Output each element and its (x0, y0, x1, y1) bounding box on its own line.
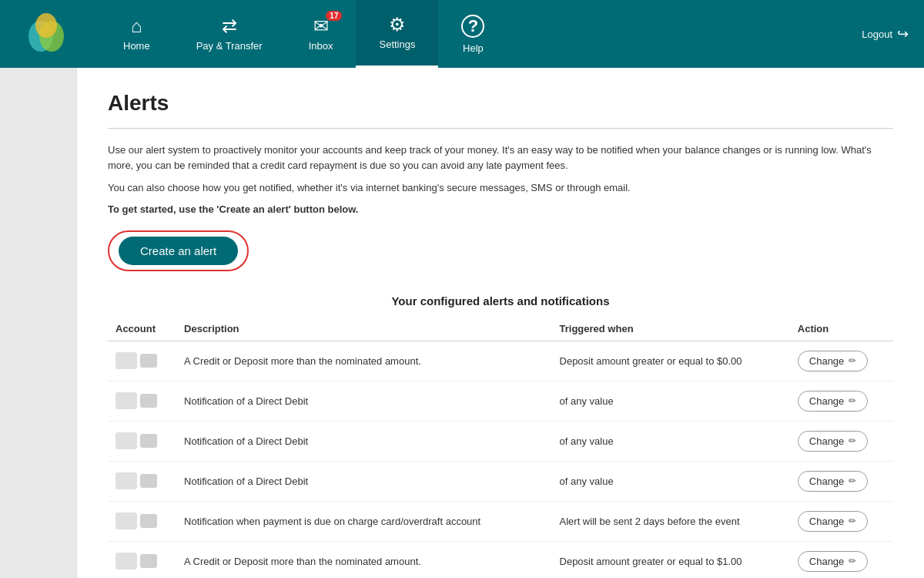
col-triggered: Triggered when (552, 317, 790, 341)
logout-icon: ↪ (897, 25, 909, 42)
account-cell (108, 501, 176, 541)
edit-icon: ✏ (849, 395, 856, 406)
change-label: Change (809, 355, 845, 367)
table-row: Notification of a Direct Debitof any val… (108, 421, 893, 461)
change-label: Change (809, 476, 845, 487)
triggered-cell: Alert will be sent 2 days before the eve… (552, 501, 790, 541)
nav-home-label: Home (123, 40, 150, 52)
edit-icon: ✏ (849, 516, 856, 526)
table-row: A Credit or Deposit more than the nomina… (108, 341, 893, 381)
edit-icon: ✏ (849, 476, 856, 486)
edit-icon: ✏ (849, 355, 856, 366)
divider (108, 128, 893, 129)
edit-icon: ✏ (849, 435, 856, 446)
description-cell: Notification of a Direct Debit (176, 461, 551, 501)
table-row: A Credit or Deposit more than the nomina… (108, 541, 893, 578)
change-button[interactable]: Change ✏ (798, 391, 869, 412)
account-cell (108, 421, 176, 461)
nav-home[interactable]: ⌂ Home (100, 0, 173, 68)
page-layout: Alerts Use our alert system to proactive… (0, 68, 924, 578)
triggered-cell: of any value (552, 421, 790, 461)
triggered-cell: Deposit amount greater or equal to $0.00 (552, 341, 790, 381)
nav-settings[interactable]: ⚙ Settings (356, 0, 438, 68)
action-cell: Change ✏ (790, 501, 893, 541)
col-action: Action (790, 317, 893, 341)
account-cell (108, 381, 176, 421)
change-button[interactable]: Change ✏ (798, 351, 869, 371)
get-started-text: To get started, use the 'Create an alert… (108, 203, 893, 215)
change-button[interactable]: Change ✏ (798, 431, 869, 452)
table-row: Notification of a Direct Debitof any val… (108, 381, 893, 421)
description-cell: Notification when payment is due on char… (176, 501, 551, 541)
triggered-cell: Deposit amount greater or equal to $1.00 (552, 541, 790, 578)
help-icon: ? (461, 15, 484, 38)
nav-items: ⌂ Home ⇄ Pay & Transfer ✉ Inbox 17 ⚙ Set… (100, 0, 862, 68)
change-label: Change (809, 435, 845, 447)
svg-point-2 (35, 13, 57, 38)
logo[interactable] (15, 13, 77, 55)
sidebar (0, 68, 77, 578)
col-description: Description (176, 317, 551, 341)
description-cell: Notification of a Direct Debit (176, 421, 551, 461)
change-label: Change (809, 516, 845, 527)
nav-pay-transfer-label: Pay & Transfer (196, 40, 263, 52)
nav-help-label: Help (463, 42, 484, 54)
description-1: Use our alert system to proactively moni… (108, 143, 893, 173)
create-alert-highlight: Create an alert (108, 230, 249, 271)
account-cell (108, 461, 176, 501)
triggered-cell: of any value (552, 381, 790, 421)
page-title: Alerts (108, 91, 893, 116)
description-cell: A Credit or Deposit more than the nomina… (176, 341, 551, 381)
account-cell (108, 341, 176, 381)
nav-inbox-label: Inbox (309, 40, 333, 52)
settings-icon: ⚙ (389, 15, 406, 34)
action-cell: Change ✏ (790, 381, 893, 421)
change-button[interactable]: Change ✏ (798, 471, 869, 492)
table-header: Account Description Triggered when Actio… (108, 317, 893, 341)
change-label: Change (809, 395, 845, 407)
action-cell: Change ✏ (790, 461, 893, 501)
logout-button[interactable]: Logout ↪ (862, 25, 909, 42)
action-cell: Change ✏ (790, 541, 893, 578)
action-cell: Change ✏ (790, 421, 893, 461)
description-cell: A Credit or Deposit more than the nomina… (176, 541, 551, 578)
col-account: Account (108, 317, 176, 341)
nav-help[interactable]: ? Help (438, 0, 507, 68)
action-cell: Change ✏ (790, 341, 893, 381)
triggered-cell: of any value (552, 461, 790, 501)
change-label: Change (809, 556, 845, 567)
pay-transfer-icon: ⇄ (222, 17, 237, 35)
change-button[interactable]: Change ✏ (798, 551, 869, 572)
nav-settings-label: Settings (379, 39, 415, 50)
inbox-icon: ✉ (313, 17, 329, 35)
description-2: You can also choose how you get notified… (108, 180, 893, 196)
navbar: ⌂ Home ⇄ Pay & Transfer ✉ Inbox 17 ⚙ Set… (0, 0, 924, 68)
nav-pay-transfer[interactable]: ⇄ Pay & Transfer (173, 0, 286, 68)
edit-icon: ✏ (849, 556, 856, 566)
nav-inbox[interactable]: ✉ Inbox 17 (286, 0, 357, 68)
table-row: Notification of a Direct Debitof any val… (108, 461, 893, 501)
change-button[interactable]: Change ✏ (798, 511, 869, 532)
home-icon: ⌂ (131, 17, 142, 35)
main-content: Alerts Use our alert system to proactive… (77, 68, 924, 578)
inbox-badge: 17 (326, 11, 342, 21)
alerts-table: Account Description Triggered when Actio… (108, 317, 893, 579)
account-cell (108, 541, 176, 578)
alerts-configured-section: Your configured alerts and notifications… (108, 294, 893, 579)
logout-label: Logout (862, 29, 892, 40)
alerts-section-title: Your configured alerts and notifications (108, 294, 893, 307)
table-row: Notification when payment is due on char… (108, 501, 893, 541)
description-cell: Notification of a Direct Debit (176, 381, 551, 421)
create-alert-button[interactable]: Create an alert (119, 237, 238, 265)
table-body: A Credit or Deposit more than the nomina… (108, 341, 893, 578)
